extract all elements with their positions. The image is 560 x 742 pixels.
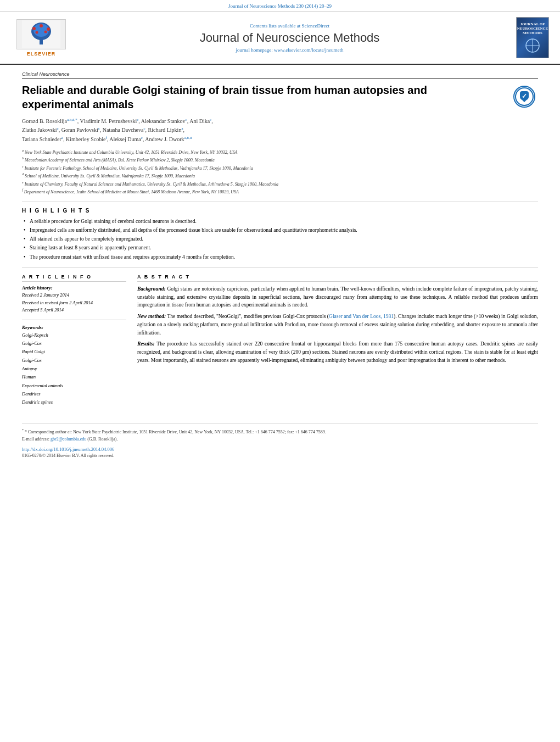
article-history: Article history: Received 2 January 2014… (22, 285, 126, 314)
svg-point-8 (44, 31, 47, 34)
abstract-newmethod-para: New method: The method described, "NeoGo… (137, 313, 538, 337)
accepted-date: Accepted 5 April 2014 (22, 306, 126, 314)
background-text: Golgi stains are notoriously capricious,… (137, 286, 538, 308)
section-label: Clinical Neuroscience (22, 71, 538, 79)
cover-line3: METHODS (523, 31, 542, 35)
keyword-8: Dendrites (22, 391, 41, 397)
article-info-column: A R T I C L E I N F O Article history: R… (22, 274, 126, 406)
cover-line2: NEUROSCIENCE (517, 26, 548, 31)
footnote-email: E-mail address: gbr2@columbia.edu (G.B. … (22, 436, 538, 443)
abstract-background-para: Background: Golgi stains are notoriously… (137, 285, 538, 309)
svg-point-4 (32, 27, 36, 30)
keyword-3: Rapid Golgi (22, 349, 45, 354)
journal-header: ELSEVIER Contents lists available at Sci… (0, 12, 560, 65)
svg-point-5 (40, 24, 43, 27)
title-row: Reliable and durable Golgi staining of b… (22, 83, 538, 117)
keyword-7: Experimental animals (22, 383, 63, 388)
divider-keywords (22, 320, 126, 320)
article-title: Reliable and durable Golgi staining of b… (22, 83, 472, 111)
highlight-item-4: Staining lasts at least 8 years and is a… (22, 243, 538, 252)
article-history-label: Article history: (22, 285, 126, 291)
svg-point-7 (36, 31, 38, 34)
cover-icon (524, 37, 541, 54)
highlight-item-3: All stained cells appear to be completel… (22, 235, 538, 243)
crossmark-icon: ✓ (513, 86, 535, 108)
email-link[interactable]: gbr2@columbia.edu (51, 437, 86, 442)
journal-main-title: Journal of Neuroscience Methods (71, 31, 508, 45)
email-author: (G.B. Rosoklija). (87, 437, 117, 442)
keyword-4: Golgi-Cox (22, 358, 42, 363)
highlights-title: H I G H L I G H T S (22, 208, 538, 214)
journal-title-center: Contents lists available at ScienceDirec… (71, 23, 508, 53)
footer-section: * * Corresponding author at: New York St… (22, 423, 538, 458)
results-label: Results: (137, 341, 155, 347)
newmethod-label: New method: (137, 314, 166, 319)
elsevier-wordmark: ELSEVIER (27, 51, 56, 57)
page: Journal of Neuroscience Methods 230 (201… (0, 0, 560, 742)
elsevier-logo-image (16, 19, 66, 49)
two-column-section: A R T I C L E I N F O Article history: R… (22, 274, 538, 406)
footnote-star-symbol: * (22, 428, 24, 432)
footnote-corresponding: * * Corresponding author at: New York St… (22, 428, 538, 436)
keywords-list: Golgi-Kopsch Golgi-Cox Rapid Golgi Golgi… (22, 331, 126, 407)
journal-homepage: journal homepage: www.elsevier.com/locat… (71, 47, 508, 53)
elsevier-tree-icon (22, 20, 60, 48)
highlight-item-2: Impregnated cells are uniformly distribu… (22, 226, 538, 235)
journal-cover-box: JOURNAL OF NEUROSCIENCE METHODS (516, 17, 549, 58)
citation-link[interactable]: Glaser and Van der Loos, 1981 (329, 314, 394, 319)
abstract-title: A B S T R A C T (137, 274, 538, 282)
affiliations: a New York State Psychiatric Institute a… (22, 148, 538, 196)
keyword-2: Golgi-Cox (22, 341, 42, 346)
email-label: E-mail address: (22, 437, 49, 442)
highlights-section: H I G H L I G H T S A reliable procedure… (22, 208, 538, 261)
svg-text:✓: ✓ (522, 92, 527, 100)
newmethod-text-prefix: The method described, "NeoGolgi", modifi… (167, 314, 329, 319)
divider-1 (22, 202, 538, 202)
highlight-item-1: A reliable procedure for Golgi staining … (22, 217, 538, 226)
sciencedirect-link: Contents lists available at ScienceDirec… (71, 23, 508, 29)
abstract-column: A B S T R A C T Background: Golgi stains… (137, 274, 538, 406)
authors-line: Gorazd B. Rosoklijaa,b,d,*, Vladimir M. … (22, 117, 538, 144)
divider-2 (22, 267, 538, 267)
highlight-item-5: The procedure must start with unfixed ti… (22, 253, 538, 261)
sciencedirect-anchor[interactable]: ScienceDirect (302, 23, 329, 29)
doi-link[interactable]: http://dx.doi.org/10.1016/j.jneumeth.201… (22, 447, 114, 452)
journal-cover-image: JOURNAL OF NEUROSCIENCE METHODS (508, 17, 549, 58)
journal-homepage-link[interactable]: www.elsevier.com/locate/jneumeth (274, 47, 343, 53)
article-content: Clinical Neuroscience Reliable and durab… (0, 65, 560, 469)
keywords-label: Keywords: (22, 325, 126, 330)
keyword-1: Golgi-Kopsch (22, 332, 48, 338)
doi-line: http://dx.doi.org/10.1016/j.jneumeth.201… (22, 447, 538, 452)
journal-top-bar: Journal of Neuroscience Methods 230 (201… (0, 0, 560, 12)
svg-point-6 (47, 27, 50, 31)
crossmark-badge: ✓ (513, 86, 538, 110)
background-label: Background: (137, 286, 166, 292)
cover-line1: JOURNAL OF (520, 22, 545, 26)
keywords-section: Keywords: Golgi-Kopsch Golgi-Cox Rapid G… (22, 325, 126, 407)
abstract-text: Background: Golgi stains are notoriously… (137, 285, 538, 364)
keyword-6: Human (22, 374, 36, 380)
elsevier-logo-container: ELSEVIER (11, 19, 71, 57)
results-text: The procedure has successfully stained o… (137, 341, 538, 362)
footnote-text: * Corresponding author at: New York Stat… (25, 429, 326, 434)
received-date: Received 2 January 2014 (22, 292, 126, 299)
highlights-list: A reliable procedure for Golgi staining … (22, 217, 538, 261)
abstract-results-para: Results: The procedure has successfully … (137, 340, 538, 364)
keyword-9: Dendritic spines (22, 399, 53, 405)
journal-citation: Journal of Neuroscience Methods 230 (201… (228, 3, 332, 9)
keyword-5: Autopsy (22, 366, 37, 371)
article-info-title: A R T I C L E I N F O (22, 274, 126, 282)
copyright-line: 0165-0270/© 2014 Elsevier B.V. All right… (22, 453, 538, 458)
received-revised-date: Received in revised form 2 April 2014 (22, 299, 126, 307)
